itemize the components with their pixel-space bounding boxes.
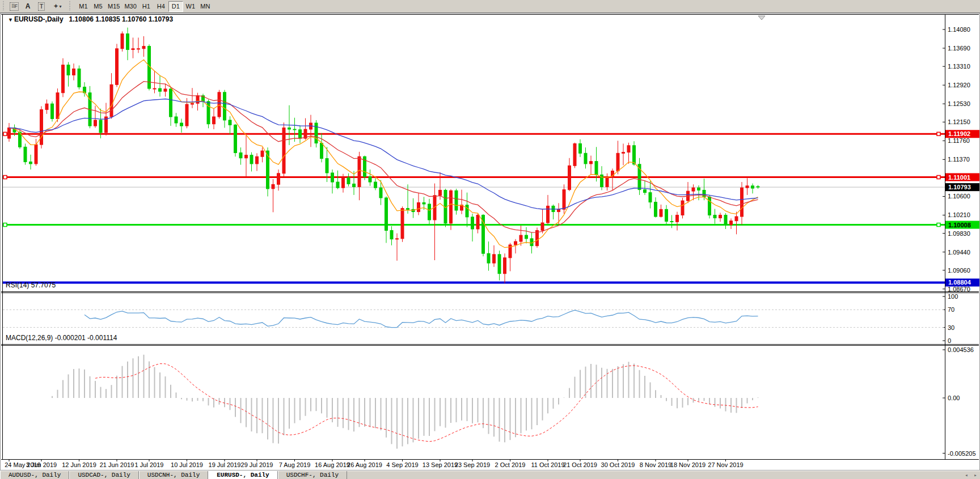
text-a-tool-button[interactable]: A [21, 1, 35, 12]
timeframe-button-mn[interactable]: MN [198, 1, 213, 12]
date-tick-label: 30 Oct 2019 [601, 461, 635, 468]
candle-body [191, 103, 194, 104]
candle-body [579, 143, 582, 153]
price-badge-label: 1.10793 [948, 184, 971, 190]
candle-body [670, 221, 673, 222]
line-drag-handle[interactable] [937, 176, 940, 179]
line-drag-handle[interactable] [3, 223, 7, 227]
line-drag-handle[interactable] [937, 132, 940, 135]
candle-body [654, 202, 657, 217]
candle-body [455, 190, 458, 210]
candle-body [487, 253, 490, 263]
price-tick-label: 1.12530 [948, 100, 970, 107]
candle-body [746, 186, 749, 188]
candle-body [514, 241, 517, 245]
rsi-tick-label: 30 [948, 324, 954, 331]
chart-tab-usdchf[interactable]: USDCHF-, Daily [278, 471, 347, 479]
candle-body [175, 117, 178, 123]
candle-body [698, 188, 700, 190]
candle-body [757, 186, 759, 187]
candle-body [137, 49, 140, 49]
candle-body [606, 177, 609, 186]
date-tick-label: 18 Nov 2019 [670, 461, 706, 468]
timeframe-button-m5[interactable]: M5 [91, 1, 105, 12]
candle-body [336, 182, 339, 188]
candle-body [293, 129, 296, 130]
toolbar-drag-handle-2[interactable] [68, 1, 72, 11]
candle-body [719, 215, 722, 218]
date-tick-label: 2 Oct 2019 [495, 461, 526, 468]
candle-body [8, 128, 11, 138]
line-drag-handle[interactable] [3, 132, 7, 135]
candle-body [132, 49, 134, 50]
candle-body [724, 215, 727, 224]
candle-body [185, 104, 188, 126]
candle-body [78, 69, 81, 87]
candle-body [277, 173, 280, 184]
timeframe-button-h4[interactable]: H4 [154, 1, 168, 12]
price-badge-label: 1.11902 [948, 130, 970, 137]
timeframe-button-group: M1M5M15M30H1H4D1W1MN [76, 1, 213, 12]
candle-body [369, 177, 371, 182]
arrows-tool-button[interactable]: ✦ ▾ [48, 1, 66, 12]
timeframe-button-w1[interactable]: W1 [183, 1, 198, 12]
candle-body [142, 46, 145, 49]
line-drag-handle[interactable] [937, 223, 940, 227]
candle-body [633, 146, 636, 164]
timeframe-button-h1[interactable]: H1 [139, 1, 154, 12]
chart-window[interactable]: 1.140801.136901.133101.129201.125301.121… [0, 13, 980, 470]
timeframe-button-m30[interactable]: M30 [122, 1, 138, 12]
date-tick-label: 21 Oct 2019 [563, 461, 597, 468]
candle-body [525, 235, 528, 239]
date-tick-label: 3 Jun 2019 [26, 461, 57, 468]
candle-body [282, 128, 285, 173]
candle-body [358, 156, 361, 186]
candle-body [627, 146, 630, 152]
chevron-down-icon: ▾ [60, 4, 62, 9]
price-chart-canvas[interactable]: 1.140801.136901.133101.129201.125301.121… [0, 13, 980, 470]
candle-body [320, 143, 323, 159]
chart-tab-usdcnh[interactable]: USDCNH-, Daily [139, 471, 208, 479]
line-drag-handle[interactable] [3, 176, 7, 179]
rsi-tick-label: 0 [948, 337, 951, 344]
chart-tab-audusd[interactable]: AUDUSD-, Daily [0, 471, 69, 479]
candle-body [272, 184, 274, 189]
tab-scroll-right-icon[interactable]: ▸ [971, 471, 980, 479]
candle-body [692, 188, 695, 191]
timeframe-button-m15[interactable]: M15 [105, 1, 122, 12]
date-tick-label: 27 Nov 2019 [708, 461, 743, 468]
tab-scroll-left-icon[interactable]: ◂ [962, 471, 971, 479]
candle-body [159, 88, 162, 91]
candle-body [563, 190, 565, 210]
candle-body [622, 152, 625, 154]
candle-body [35, 145, 37, 164]
chart-tab-usdcad[interactable]: USDCAD-, Daily [69, 471, 138, 479]
candle-body [51, 104, 54, 118]
candle-body [56, 93, 59, 119]
candle-body [261, 151, 264, 156]
candle-body [751, 186, 754, 188]
candle-body [595, 162, 598, 175]
candle-body [180, 123, 183, 126]
chart-tab-eurusd[interactable]: EURUSD-, Daily [208, 471, 277, 479]
candle-body [353, 184, 356, 186]
candle-body [439, 190, 442, 195]
text-t-tool-button[interactable]: T [35, 1, 48, 12]
candle-body [660, 209, 662, 217]
candle-body [326, 159, 328, 173]
candle-body [471, 217, 474, 229]
candle-body [45, 104, 48, 109]
timeframe-button-d1[interactable]: D1 [168, 1, 183, 12]
candle-body [611, 171, 614, 178]
toolbar-drag-handle[interactable] [2, 1, 6, 11]
text-t-icon: T [38, 2, 45, 11]
candle-body [126, 34, 129, 50]
date-tick-label: 23 Sep 2019 [455, 461, 490, 468]
arrows-icon: ✦ [53, 2, 58, 10]
candle-body [498, 255, 501, 274]
date-tick-label: 8 Nov 2019 [640, 461, 671, 468]
timeframe-button-m1[interactable]: M1 [76, 1, 91, 12]
candle-body [347, 177, 350, 184]
grid-f-tool-button[interactable]: ⠿F [7, 1, 21, 12]
candle-body [62, 65, 65, 93]
